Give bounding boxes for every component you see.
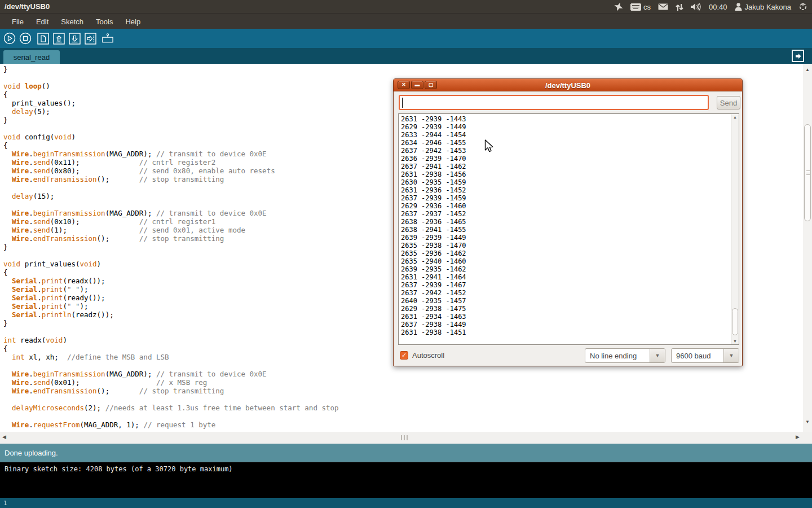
tab-serial-read[interactable]: serial_read [3, 50, 60, 64]
window-maximize-button[interactable]: ▢ [425, 81, 437, 89]
menu-edit[interactable]: Edit [30, 15, 55, 29]
indicator-pinwheel-icon[interactable] [614, 2, 623, 11]
serial-monitor-icon [102, 33, 114, 45]
close-icon: ✕ [401, 82, 406, 87]
menu-file[interactable]: File [6, 15, 30, 29]
verify-button[interactable] [3, 32, 16, 45]
baud-rate-dropdown[interactable]: 9600 baud ▼ [671, 348, 739, 363]
serial-monitor-controls: ✓ Autoscroll No line ending ▼ 9600 baud … [394, 345, 742, 367]
open-button[interactable] [52, 32, 65, 45]
text-caret [402, 98, 403, 108]
build-console: Binary sketch size: 4208 bytes (of a 307… [0, 462, 812, 498]
menu-help[interactable]: Help [119, 15, 147, 29]
serial-output-area[interactable]: 2631 -2939 -14432629 -2939 -14492633 -29… [398, 113, 739, 345]
autoscroll-checkbox[interactable]: ✓ [400, 351, 408, 360]
mail-icon[interactable] [658, 3, 668, 10]
mouse-cursor [484, 139, 494, 156]
desktop-top-panel: /dev/ttyUSB0 cs 00:40 Jakub Kakona [0, 0, 812, 14]
serial-monitor-title: /dev/ttyUSB0 [394, 79, 742, 91]
user-name-label: Jakub Kakona [745, 3, 791, 11]
stop-button[interactable] [19, 32, 32, 45]
network-arrows-icon[interactable] [676, 3, 683, 11]
system-tray: cs 00:40 Jakub Kakona [614, 0, 809, 14]
menubar: FileEditSketchToolsHelp [0, 14, 812, 29]
menu-tools[interactable]: Tools [90, 15, 119, 29]
console-text: Binary sketch size: 4208 bytes (of a 307… [5, 465, 233, 473]
new-sketch-button[interactable] [37, 32, 49, 45]
session-power-icon[interactable] [798, 2, 807, 11]
serial-vscroll-thumb[interactable] [732, 308, 738, 335]
tab-strip: serial_read [0, 48, 812, 64]
baud-rate-value: 9600 baud [672, 349, 723, 362]
serial-monitor-titlebar[interactable]: /dev/ttyUSB0 ✕ ▬ ▢ [394, 79, 742, 91]
serial-input-field[interactable] [399, 95, 709, 110]
open-up-arrow-icon [53, 33, 65, 45]
editor-vscroll-thumb[interactable] [804, 124, 811, 221]
save-button[interactable] [68, 32, 81, 45]
footer-strip: 1 [0, 498, 812, 508]
scroll-up-arrow-icon[interactable]: ▲ [803, 67, 812, 72]
scroll-left-arrow-icon[interactable]: ◀ [2, 434, 6, 440]
serial-monitor-window: /dev/ttyUSB0 ✕ ▬ ▢ Send 2631 -2939 -1443… [393, 78, 743, 366]
keyboard-layout-icon [630, 3, 641, 11]
status-bar: Done uploading. [0, 444, 812, 462]
editor-hscroll-thumb[interactable] [401, 435, 408, 440]
minimize-icon: ▬ [415, 82, 420, 87]
line-ending-dropdown[interactable]: No line ending ▼ [585, 348, 665, 363]
window-minimize-button[interactable]: ▬ [411, 81, 423, 89]
tab-menu-button[interactable] [792, 50, 804, 62]
scroll-up-arrow-icon[interactable]: ▲ [731, 115, 739, 119]
arduino-ide-desktop: /dev/ttyUSB0 cs 00:40 Jakub Kakona [0, 0, 812, 508]
maximize-icon: ▢ [429, 82, 434, 87]
serial-vertical-scrollbar[interactable]: ▲ ▼ [731, 114, 739, 344]
verify-play-icon [3, 32, 16, 45]
keyboard-layout-label: cs [643, 3, 651, 11]
serial-output-text: 2631 -2939 -14432629 -2939 -14492633 -29… [399, 114, 739, 336]
save-down-arrow-icon [69, 33, 81, 45]
window-close-button[interactable]: ✕ [398, 81, 410, 89]
editor-horizontal-scrollbar[interactable]: ◀ ▶ [0, 432, 812, 444]
autoscroll-label: Autoscroll [412, 351, 444, 360]
stop-square-icon [19, 32, 32, 45]
chevron-down-icon: ▼ [723, 349, 739, 362]
keyboard-layout-indicator[interactable]: cs [630, 3, 651, 11]
ide-toolbar [0, 29, 812, 48]
chevron-down-icon: ▼ [650, 349, 665, 362]
panel-window-title: /dev/ttyUSB0 [5, 2, 50, 11]
send-button[interactable]: Send [717, 96, 740, 110]
line-number: 1 [3, 500, 7, 507]
volume-icon[interactable] [691, 3, 701, 11]
scroll-down-arrow-icon[interactable]: ▼ [731, 339, 739, 343]
upload-right-arrow-icon [85, 33, 96, 45]
user-menu[interactable]: Jakub Kakona [735, 3, 791, 11]
tab-label: serial_read [14, 53, 50, 62]
editor-vertical-scrollbar[interactable]: ▲ ▼ [803, 64, 812, 432]
new-document-icon [37, 33, 49, 45]
upload-button[interactable] [84, 32, 96, 45]
send-button-label: Send [720, 99, 737, 107]
status-message: Done uploading. [5, 449, 58, 457]
scroll-down-arrow-icon[interactable]: ▼ [803, 419, 812, 424]
check-icon: ✓ [401, 352, 407, 358]
menu-sketch[interactable]: Sketch [55, 15, 90, 29]
panel-clock[interactable]: 00:40 [709, 3, 727, 11]
tab-arrow-icon [795, 52, 802, 60]
user-icon [735, 3, 742, 11]
line-ending-value: No line ending [585, 349, 650, 362]
scroll-right-arrow-icon[interactable]: ▶ [796, 434, 800, 440]
serial-monitor-button[interactable] [102, 32, 114, 45]
